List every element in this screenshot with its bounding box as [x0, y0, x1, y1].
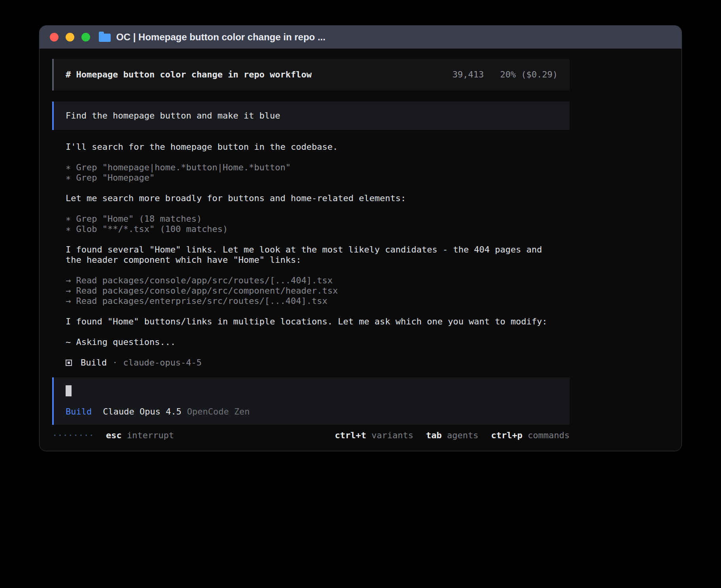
titlebar-title-group: OC | Homepage button color change in rep…	[99, 32, 325, 43]
agent-status-line: Build · claude-opus-4-5	[52, 358, 570, 368]
read-arrow-icon: →	[66, 286, 71, 296]
session-header: # Homepage button color change in repo w…	[52, 59, 570, 90]
agent-name: Build	[81, 358, 107, 368]
tool-call-line: → Read packages/enterprise/src/routes/[.…	[66, 296, 570, 306]
zoom-window-button[interactable]	[81, 33, 90, 41]
session-title: # Homepage button color change in repo w…	[66, 70, 312, 80]
tool-call-text: Read packages/console/app/src/component/…	[71, 286, 338, 296]
tool-call-line: ∗ Grep "homepage|home.*button|Home.*butt…	[66, 162, 570, 173]
read-arrow-icon: →	[66, 275, 71, 285]
user-message-text: Find the homepage button and make it blu…	[66, 111, 280, 121]
mode-label[interactable]: Build	[66, 407, 92, 417]
tool-call-line: → Read packages/console/app/src/componen…	[66, 286, 570, 296]
tool-call-text: Read packages/console/app/src/routes/[..…	[71, 275, 332, 285]
user-message: Find the homepage button and make it blu…	[52, 102, 570, 130]
close-window-button[interactable]	[50, 33, 59, 41]
tool-call-group: ∗ Grep "Home" (18 matches)∗ Glob "**/*.t…	[66, 214, 570, 234]
hint-interrupt: esc interrupt	[106, 430, 174, 441]
agent-build-icon	[66, 360, 72, 366]
transcript: I'll search for the homepage button in t…	[52, 142, 570, 347]
input-area[interactable]: Build Claude Opus 4.5 OpenCode Zen	[52, 377, 570, 425]
tool-call-line: ∗ Grep "Home" (18 matches)	[66, 214, 570, 224]
model-name: Claude Opus 4.5	[103, 407, 181, 417]
window-title: OC | Homepage button color change in rep…	[116, 32, 325, 43]
terminal-window: OC | Homepage button color change in rep…	[39, 25, 682, 451]
tool-call-group: → Read packages/console/app/src/routes/[…	[66, 275, 570, 306]
provider-name: OpenCode Zen	[187, 407, 250, 417]
assistant-text: ~ Asking questions...	[66, 337, 556, 347]
assistant-text: Let me search more broadly for buttons a…	[66, 193, 556, 204]
minimize-window-button[interactable]	[66, 33, 74, 41]
tool-call-line: ∗ Grep "Homepage"	[66, 173, 570, 183]
assistant-text: I found several "Home" links. Let me loo…	[66, 245, 556, 265]
assistant-text: I found "Home" buttons/links in multiple…	[66, 317, 556, 327]
tool-asterisk-icon: ∗	[66, 173, 71, 183]
tool-call-text: Grep "Homepage"	[71, 173, 155, 183]
agent-separator: ·	[112, 358, 117, 368]
tool-call-text: Grep "homepage|home.*button|Home.*button…	[71, 162, 291, 172]
hint-variants: ctrl+t variants	[335, 430, 413, 441]
window-controls	[50, 33, 90, 41]
tool-call-line: ∗ Glob "**/*.tsx" (100 matches)	[66, 224, 570, 234]
tool-asterisk-icon: ∗	[66, 162, 71, 172]
assistant-text: I'll search for the homepage button in t…	[66, 142, 556, 152]
token-count: 39,413	[453, 70, 484, 79]
tool-call-text: Glob "**/*.tsx" (100 matches)	[71, 224, 228, 234]
tool-call-group: ∗ Grep "homepage|home.*button|Home.*butt…	[66, 162, 570, 183]
hint-commands: ctrl+p commands	[491, 430, 570, 441]
tool-call-line: → Read packages/console/app/src/routes/[…	[66, 275, 570, 286]
agent-model: claude-opus-4-5	[123, 358, 202, 368]
window-titlebar[interactable]: OC | Homepage button color change in rep…	[40, 26, 681, 49]
session-stats: 39,413 20% ($0.29)	[453, 70, 558, 80]
usage-cost: 20% ($0.29)	[500, 70, 558, 79]
input-model-line: Build Claude Opus 4.5 OpenCode Zen	[66, 407, 558, 417]
tool-call-text: Read packages/enterprise/src/routes/[...…	[71, 296, 327, 306]
folder-icon	[99, 34, 111, 42]
status-hints-right: ctrl+t variants tab agents ctrl+p comman…	[335, 430, 570, 441]
tool-call-text: Grep "Home" (18 matches)	[71, 214, 202, 224]
tool-asterisk-icon: ∗	[66, 224, 71, 234]
terminal-content: # Homepage button color change in repo w…	[40, 49, 570, 451]
spinner-dots: ········	[52, 430, 94, 441]
hint-agents: tab agents	[426, 430, 478, 441]
input-cursor	[66, 385, 72, 396]
status-bar: ········ esc interrupt ctrl+t variants t…	[52, 430, 570, 441]
read-arrow-icon: →	[66, 296, 71, 306]
tool-asterisk-icon: ∗	[66, 214, 71, 224]
